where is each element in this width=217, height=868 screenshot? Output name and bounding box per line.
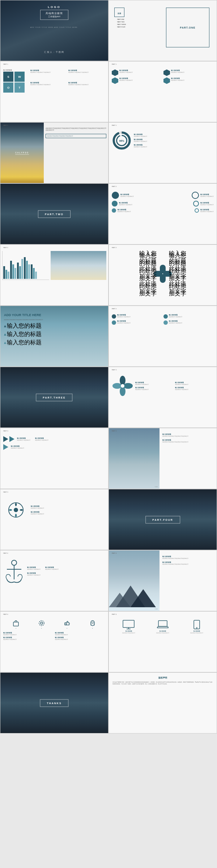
chart-photo-bg: [51, 251, 106, 280]
cross-container: 输入您的标题 此处添加文字 此处添加文字 输入您的标题 此处添加文字 此处添加文…: [139, 252, 186, 295]
text-title-16-1: 输入您的标题: [162, 433, 214, 435]
arrow-title-1b: 输入您的标题: [35, 437, 48, 439]
icons-text-grid: 输入您的标题 此处添加文字 此处添加文字 输入您的标题 此处添加文字 此处添加文…: [3, 632, 105, 640]
bag-label: ●: [16, 627, 16, 629]
slide-22-devices: PART 4 输入您的标题 此处添加文字 此处添加文字 输入您的标题 此处: [109, 611, 217, 672]
swot-item-1: 输入您的标题 此处添加文字 此处添加文字 此处添加文字: [30, 69, 67, 81]
arrow-text-2: 输入您的标题 此处添加文字 此处添加文字: [11, 445, 24, 449]
flow-title-2: 输入您的标题: [169, 314, 182, 316]
arrow-row-1: 输入您的标题 此处添加文字 此处添加文字 输入您的标题 此处添加文字 此处添加文…: [3, 436, 105, 442]
part4-bracket: PART.FOUR: [145, 516, 180, 523]
cross-body-br: 此处添加文字 此处添加文字: [166, 265, 186, 295]
pinwheel-title-1: 输入您的标题: [135, 382, 174, 383]
mountain-layout: 千图网 输入您的标题 此处添加文字此处添加文字此处添加文字此处添加文字 输入您的…: [109, 550, 217, 611]
svg-point-26: [196, 627, 197, 629]
swot-t: T: [14, 82, 25, 93]
pinwheel-shape: [112, 375, 133, 397]
desktop-body: 此处添加文字 此处添加文字: [122, 633, 136, 634]
part-label-3: PART 1: [3, 63, 8, 65]
desktop-svg: [122, 620, 135, 630]
svg-point-18: [39, 621, 44, 626]
slide4-title-4: 输入您的标题: [171, 77, 184, 79]
bubble-body-3: 此处添加文字 此处添加文字: [118, 211, 131, 212]
slide-18-part4: PART.FOUR: [109, 489, 217, 550]
percent-items: 输入您的标题 此处添加文字 此处添加文字 输入您的标题 此处添加文字 此处添加文…: [134, 133, 214, 148]
bar-5c: [35, 272, 37, 279]
slide4-item-3: 输入您的标题 此处添加文字 此处添加文字: [112, 77, 162, 84]
puzzle-body-2: 此处添加文字 此处添加文字: [31, 513, 105, 515]
slide-15-arrows: PART 3 输入您的标题 此处添加文字 此处添加文字 输入您的标题 此处添加文…: [0, 428, 109, 489]
puzzle-title-2: 输入您的标题: [31, 511, 105, 513]
triangle-3: [4, 342, 6, 344]
tablet-label: 输入您的标题: [193, 630, 200, 632]
slide-19-octopus: PART 4 输入您的: [0, 550, 109, 611]
slide-14-pinwheel: PART 3 输入您的标题 此处添加文字 此处添加文字: [109, 367, 217, 428]
slide-2-toc: 目录 PART.ONE PART.TWO PART.THREE PART.FOU…: [109, 0, 217, 61]
slide4-text-4: 输入您的标题 此处添加文字 此处添加文字: [171, 77, 184, 81]
cross-body-bl: 此处添加文字 此处添加文字: [139, 265, 159, 295]
icons-row-layout: ● ● ●: [3, 620, 105, 640]
flow-text-4: 输入您的标题 此处添加文字 此处添加文字: [169, 320, 182, 324]
bag-svg: [12, 620, 20, 627]
text-block-16-1: 输入您的标题 此处添加文字此处添加文字此处添加文字此处添加文字: [162, 433, 214, 437]
gear-label: ●: [41, 627, 42, 629]
thumbs-label: ●: [67, 627, 67, 629]
laptop-label: 输入您的标题: [159, 630, 166, 632]
subtitle-cn: 工作报告PPT: [46, 16, 63, 18]
tablet-svg: [193, 620, 200, 630]
cross-title-bl: 输入您的标题: [139, 250, 159, 265]
icon-body-1: 此处添加文字 此处添加文字: [3, 634, 54, 635]
oct-title-3: 输入您的标题: [27, 572, 105, 574]
bar-4a: [24, 257, 26, 279]
slide4-item-1: 输入您的标题 此处添加文字 此处添加文字: [112, 69, 162, 76]
title-cn: 高端商业极简: [46, 12, 63, 15]
photo-text-layout: 千图网 输入您的标题 此处添加文字此处添加文字此处添加文字此处添加文字 输入您的…: [109, 428, 217, 489]
oct-body-1: 此处添加文字 此处添加文字: [27, 569, 41, 570]
octopus-layout: 输入您的标题 此处添加文字 此处添加文字 输入您的标题 此处添加文字 此处添加文…: [3, 558, 105, 584]
bubble-body-1: 此处添加文字 此处添加文字: [120, 196, 134, 197]
circle-progress-container: 96%: [112, 131, 132, 150]
flow-text-1: 输入您的标题 此处添加文字 此处添加文字: [117, 314, 131, 318]
bar-1b: [5, 270, 7, 279]
slide4-body-4: 此处添加文字 此处添加文字: [171, 80, 184, 81]
qiandao-watermark-16: 千图网: [154, 486, 158, 488]
hex-icon-1: [112, 69, 118, 76]
slide-3-swot: PART 1 输入您的标题 S W O T 输入您的标题 此处添加文字 此处添加…: [0, 61, 109, 122]
slide-23-thanks: THANKS: [0, 672, 109, 733]
bubble-right-3: [195, 208, 199, 213]
oct-item-row-1: 输入您的标题 此处添加文字 此处添加文字 输入您的标题 此处添加文字 此处添加文…: [27, 566, 105, 570]
swot-layout: 输入您的标题 S W O T 输入您的标题 此处添加文字 此处添加文字 此处添加…: [3, 69, 105, 93]
puzzle-item-2: 输入您的标题 此处添加文字 此处添加文字: [31, 511, 105, 515]
bubble-3: [112, 208, 116, 213]
bar-group-5: [31, 264, 37, 279]
puzzle-layout: 输入您的标题 此处添加文字 此处添加文字 输入您的标题 此处添加文字 此处添加文…: [3, 497, 105, 523]
calypso-label: CALYPSO: [15, 151, 29, 154]
icon-title-3: 输入您的标题: [3, 637, 54, 638]
bubble-text-r1: 输入您的标题 此处添加文字 此处添加文字: [200, 193, 214, 197]
addtitle-row-2: 输入您的标题: [4, 331, 51, 338]
puzzle-icon-area: [3, 497, 29, 523]
slide-4-icons: PART 1 输入您的标题 此处添加文字 此处添加文字 输入您的标题 此处添加文…: [109, 61, 217, 122]
svg-point-5: [120, 387, 125, 396]
arrow-body-2: 此处添加文字 此处添加文字: [11, 447, 24, 449]
chart-photo: [51, 251, 106, 280]
slide-24-disclaimer: 版权声明 本作品由千图网用户制作，版权归属于作品中采用的素材及内容的原始版权方。…: [109, 672, 217, 733]
calypso-text: CALYPSO: [15, 151, 29, 154]
pinwheel-body-1: 此处添加文字 此处添加文字: [135, 384, 174, 385]
swot-item-1-title: 输入您的标题: [30, 69, 67, 71]
arrow-text-1: 输入您的标题 此处添加文字 此处添加文字: [17, 437, 30, 441]
flow-body-2: 此处添加文字 此处添加文字: [169, 316, 182, 318]
anchor-icon-area: [3, 558, 25, 584]
triangle-1: [4, 325, 6, 327]
mountain-text: 输入您的标题 此处添加文字此处添加文字此处添加文字此处添加文字 输入您的标题 此…: [159, 550, 217, 611]
percent-body-2: 此处添加文字 此处添加文字: [134, 141, 214, 142]
slide-21-icons: PART 4 ● ●: [0, 611, 109, 672]
percent-title-1: 输入您的标题: [134, 133, 214, 135]
svg-point-20: [92, 622, 93, 624]
part4-text: PART.FOUR: [152, 518, 173, 521]
flow-body-3: 此处添加文字 此处添加文字: [117, 322, 131, 324]
arrow-body-1b: 此处添加文字 此处添加文字: [35, 439, 48, 441]
slide-6-percent: PART 1 96% 输入您的标题 此处添加文字 此处添加文字 输入您的标题: [109, 122, 217, 183]
swot-item-3-body: 此处添加文字 此处添加文字 此处添加文字: [30, 84, 67, 85]
bar-group-1: [3, 266, 9, 279]
